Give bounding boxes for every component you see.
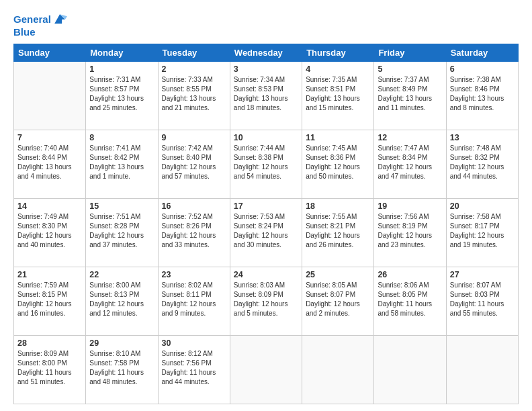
calendar-table: SundayMondayTuesdayWednesdayThursdayFrid… <box>13 44 519 405</box>
logo-text2: Blue <box>13 27 36 38</box>
day-header-wednesday: Wednesday <box>230 44 302 61</box>
day-info: Sunrise: 7:47 AM Sunset: 8:34 PM Dayligh… <box>378 144 442 181</box>
day-info: Sunrise: 7:44 AM Sunset: 8:38 PM Dayligh… <box>234 144 298 181</box>
header: General Blue <box>13 12 519 38</box>
calendar-cell <box>302 335 374 404</box>
day-header-monday: Monday <box>86 44 158 61</box>
day-number: 24 <box>234 270 298 279</box>
calendar-cell: 19Sunrise: 7:56 AM Sunset: 8:19 PM Dayli… <box>374 198 446 267</box>
day-info: Sunrise: 8:03 AM Sunset: 8:09 PM Dayligh… <box>234 281 298 318</box>
calendar-cell: 27Sunrise: 8:07 AM Sunset: 8:03 PM Dayli… <box>446 267 518 335</box>
calendar-cell: 26Sunrise: 8:06 AM Sunset: 8:05 PM Dayli… <box>374 267 446 335</box>
logo-text: General <box>13 14 51 26</box>
day-number: 17 <box>234 201 298 211</box>
day-info: Sunrise: 7:45 AM Sunset: 8:36 PM Dayligh… <box>306 144 370 181</box>
calendar-cell: 3Sunrise: 7:34 AM Sunset: 8:53 PM Daylig… <box>230 61 302 130</box>
calendar-cell: 17Sunrise: 7:53 AM Sunset: 8:24 PM Dayli… <box>230 198 302 267</box>
day-info: Sunrise: 8:09 AM Sunset: 8:00 PM Dayligh… <box>17 349 82 387</box>
calendar-cell: 4Sunrise: 7:35 AM Sunset: 8:51 PM Daylig… <box>302 61 374 130</box>
calendar-cell: 7Sunrise: 7:40 AM Sunset: 8:44 PM Daylig… <box>14 130 86 198</box>
day-number: 20 <box>450 201 515 211</box>
day-number: 8 <box>89 133 154 142</box>
day-number: 30 <box>162 338 226 348</box>
calendar-cell: 30Sunrise: 8:12 AM Sunset: 7:56 PM Dayli… <box>158 335 230 404</box>
day-number: 18 <box>306 201 370 211</box>
calendar-cell: 14Sunrise: 7:49 AM Sunset: 8:30 PM Dayli… <box>14 198 86 267</box>
calendar-cell <box>446 335 518 404</box>
calendar-week-1: 1Sunrise: 7:31 AM Sunset: 8:57 PM Daylig… <box>14 61 519 130</box>
day-info: Sunrise: 7:48 AM Sunset: 8:32 PM Dayligh… <box>450 144 515 181</box>
day-number: 11 <box>306 133 370 142</box>
day-number: 13 <box>450 133 515 142</box>
day-number: 28 <box>17 338 82 348</box>
day-info: Sunrise: 7:59 AM Sunset: 8:15 PM Dayligh… <box>17 281 82 318</box>
day-info: Sunrise: 7:55 AM Sunset: 8:21 PM Dayligh… <box>306 212 370 250</box>
day-number: 4 <box>306 64 370 74</box>
day-number: 23 <box>162 270 226 279</box>
calendar-cell: 2Sunrise: 7:33 AM Sunset: 8:55 PM Daylig… <box>158 61 230 130</box>
calendar-cell: 13Sunrise: 7:48 AM Sunset: 8:32 PM Dayli… <box>446 130 518 198</box>
day-header-tuesday: Tuesday <box>158 44 230 61</box>
calendar-cell <box>374 335 446 404</box>
calendar-week-2: 7Sunrise: 7:40 AM Sunset: 8:44 PM Daylig… <box>14 130 519 198</box>
day-number: 2 <box>162 64 226 74</box>
calendar-cell: 21Sunrise: 7:59 AM Sunset: 8:15 PM Dayli… <box>14 267 86 335</box>
calendar-cell: 5Sunrise: 7:37 AM Sunset: 8:49 PM Daylig… <box>374 61 446 130</box>
day-info: Sunrise: 7:31 AM Sunset: 8:57 PM Dayligh… <box>89 75 154 113</box>
calendar-cell: 28Sunrise: 8:09 AM Sunset: 8:00 PM Dayli… <box>14 335 86 404</box>
calendar-cell: 12Sunrise: 7:47 AM Sunset: 8:34 PM Dayli… <box>374 130 446 198</box>
calendar-cell: 15Sunrise: 7:51 AM Sunset: 8:28 PM Dayli… <box>86 198 158 267</box>
calendar-cell: 23Sunrise: 8:02 AM Sunset: 8:11 PM Dayli… <box>158 267 230 335</box>
day-info: Sunrise: 7:40 AM Sunset: 8:44 PM Dayligh… <box>17 144 82 181</box>
day-info: Sunrise: 7:53 AM Sunset: 8:24 PM Dayligh… <box>234 212 298 250</box>
calendar-cell: 22Sunrise: 8:00 AM Sunset: 8:13 PM Dayli… <box>86 267 158 335</box>
day-number: 9 <box>162 133 226 142</box>
calendar-cell: 6Sunrise: 7:38 AM Sunset: 8:46 PM Daylig… <box>446 61 518 130</box>
day-number: 5 <box>378 64 442 74</box>
calendar-cell <box>14 61 86 130</box>
day-number: 22 <box>89 270 154 279</box>
day-number: 3 <box>234 64 298 74</box>
day-info: Sunrise: 7:38 AM Sunset: 8:46 PM Dayligh… <box>450 75 515 113</box>
day-info: Sunrise: 7:37 AM Sunset: 8:49 PM Dayligh… <box>378 75 442 113</box>
day-number: 1 <box>89 64 154 74</box>
day-number: 6 <box>450 64 515 74</box>
day-header-saturday: Saturday <box>446 44 518 61</box>
day-number: 26 <box>378 270 442 279</box>
day-info: Sunrise: 7:34 AM Sunset: 8:53 PM Dayligh… <box>234 75 298 113</box>
day-info: Sunrise: 8:05 AM Sunset: 8:07 PM Dayligh… <box>306 281 370 318</box>
day-header-friday: Friday <box>374 44 446 61</box>
day-info: Sunrise: 7:51 AM Sunset: 8:28 PM Dayligh… <box>89 212 154 250</box>
calendar-cell: 9Sunrise: 7:42 AM Sunset: 8:40 PM Daylig… <box>158 130 230 198</box>
calendar-cell: 16Sunrise: 7:52 AM Sunset: 8:26 PM Dayli… <box>158 198 230 267</box>
day-header-thursday: Thursday <box>302 44 374 61</box>
day-number: 12 <box>378 133 442 142</box>
calendar-cell: 1Sunrise: 7:31 AM Sunset: 8:57 PM Daylig… <box>86 61 158 130</box>
day-info: Sunrise: 7:52 AM Sunset: 8:26 PM Dayligh… <box>162 212 226 250</box>
day-info: Sunrise: 7:33 AM Sunset: 8:55 PM Dayligh… <box>162 75 226 113</box>
calendar-cell: 10Sunrise: 7:44 AM Sunset: 8:38 PM Dayli… <box>230 130 302 198</box>
day-info: Sunrise: 8:07 AM Sunset: 8:03 PM Dayligh… <box>450 281 515 318</box>
calendar-cell: 11Sunrise: 7:45 AM Sunset: 8:36 PM Dayli… <box>302 130 374 198</box>
day-number: 27 <box>450 270 515 279</box>
day-info: Sunrise: 8:12 AM Sunset: 7:56 PM Dayligh… <box>162 349 226 387</box>
calendar-cell: 25Sunrise: 8:05 AM Sunset: 8:07 PM Dayli… <box>302 267 374 335</box>
day-info: Sunrise: 8:02 AM Sunset: 8:11 PM Dayligh… <box>162 281 226 318</box>
day-number: 15 <box>89 201 154 211</box>
logo-icon <box>52 12 67 27</box>
day-info: Sunrise: 7:35 AM Sunset: 8:51 PM Dayligh… <box>306 75 370 113</box>
day-number: 25 <box>306 270 370 279</box>
day-info: Sunrise: 8:00 AM Sunset: 8:13 PM Dayligh… <box>89 281 154 318</box>
calendar-cell <box>230 335 302 404</box>
day-info: Sunrise: 7:56 AM Sunset: 8:19 PM Dayligh… <box>378 212 442 250</box>
day-info: Sunrise: 8:06 AM Sunset: 8:05 PM Dayligh… <box>378 281 442 318</box>
day-info: Sunrise: 7:41 AM Sunset: 8:42 PM Dayligh… <box>89 144 154 181</box>
day-number: 10 <box>234 133 298 142</box>
day-header-sunday: Sunday <box>14 44 86 61</box>
calendar-week-4: 21Sunrise: 7:59 AM Sunset: 8:15 PM Dayli… <box>14 267 519 335</box>
day-number: 19 <box>378 201 442 211</box>
calendar-cell: 20Sunrise: 7:58 AM Sunset: 8:17 PM Dayli… <box>446 198 518 267</box>
calendar-cell: 29Sunrise: 8:10 AM Sunset: 7:58 PM Dayli… <box>86 335 158 404</box>
day-info: Sunrise: 8:10 AM Sunset: 7:58 PM Dayligh… <box>89 349 154 387</box>
day-number: 7 <box>17 133 82 142</box>
